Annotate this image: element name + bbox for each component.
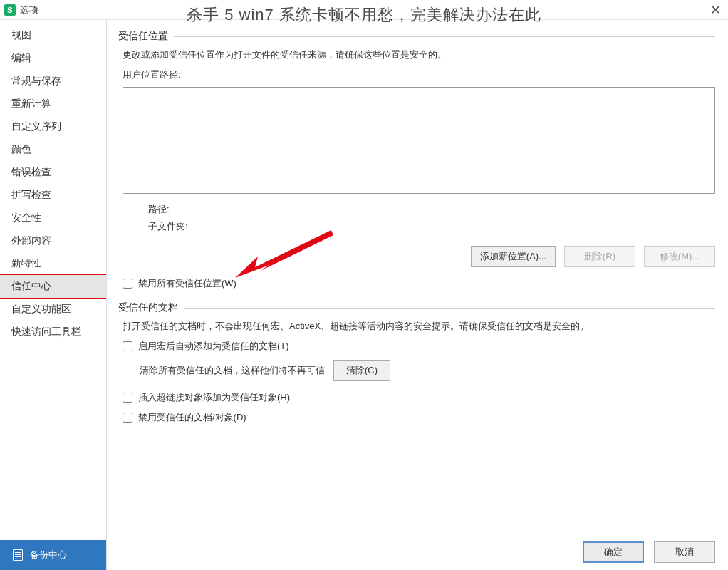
- window-title: 选项: [20, 4, 38, 16]
- main-panel: 受信任位置 更改或添加受信任位置作为打开文件的受信任来源，请确保这些位置是安全的…: [107, 20, 728, 570]
- backup-center-button[interactable]: 备份中心: [0, 540, 106, 570]
- sidebar-item-13[interactable]: 快速访问工具栏: [0, 321, 106, 343]
- enable-macro-row[interactable]: 启用宏后自动添加为受信任的文档(T): [123, 340, 715, 353]
- dialog-footer: 确定 取消: [118, 533, 715, 563]
- disable-all-locations-label: 禁用所有受信任位置(W): [138, 277, 236, 290]
- divider: [184, 308, 715, 309]
- add-location-button[interactable]: 添加新位置(A)...: [471, 246, 556, 267]
- user-path-textarea[interactable]: [123, 87, 715, 194]
- disable-all-locations-row[interactable]: 禁用所有受信任位置(W): [123, 277, 715, 290]
- sidebar-item-5[interactable]: 颜色: [0, 138, 106, 161]
- app-icon: S: [4, 4, 16, 16]
- clear-button[interactable]: 清除(C): [333, 360, 390, 381]
- divider: [174, 36, 715, 37]
- enable-macro-label: 启用宏后自动添加为受信任的文档(T): [138, 340, 289, 353]
- clear-desc: 清除所有受信任的文档，这样他们将不再可信: [140, 364, 325, 377]
- close-icon[interactable]: ✕: [707, 2, 724, 18]
- sidebar-item-2[interactable]: 常规与保存: [0, 70, 106, 93]
- trusted-locations-desc: 更改或添加受信任位置作为打开文件的受信任来源，请确保这些位置是安全的。: [123, 48, 715, 61]
- disable-docs-row[interactable]: 禁用受信任的文档/对象(D): [123, 411, 715, 424]
- backup-center-label: 备份中心: [30, 549, 67, 561]
- sidebar-item-11[interactable]: 信任中心: [0, 274, 106, 299]
- sidebar-item-7[interactable]: 拼写检查: [0, 184, 106, 207]
- sidebar-items: 视图编辑常规与保存重新计算自定义序列颜色错误检查拼写检查安全性外部内容新特性信任…: [0, 20, 106, 540]
- sidebar-item-10[interactable]: 新特性: [0, 252, 106, 275]
- path-info: 路径: 子文件夹:: [148, 203, 715, 233]
- document-icon: [13, 549, 23, 561]
- trusted-docs-desc: 打开受信任的文档时，不会出现任何宏、ActiveX、超链接等活动内容的安全提示。…: [123, 320, 715, 333]
- subfolder-label: 子文件夹:: [148, 220, 715, 233]
- section-trusted-docs: 受信任的文档 打开受信任的文档时，不会出现任何宏、ActiveX、超链接等活动内…: [118, 301, 715, 431]
- sidebar-item-0[interactable]: 视图: [0, 24, 106, 47]
- disable-docs-checkbox[interactable]: [123, 413, 132, 423]
- sidebar-item-8[interactable]: 安全性: [0, 207, 106, 229]
- hyperlink-checkbox[interactable]: [123, 393, 132, 403]
- section-title: 受信任的文档: [118, 301, 178, 314]
- sidebar: 视图编辑常规与保存重新计算自定义序列颜色错误检查拼写检查安全性外部内容新特性信任…: [0, 20, 107, 570]
- hyperlink-row[interactable]: 插入超链接对象添加为受信任对象(H): [123, 391, 715, 404]
- sidebar-item-9[interactable]: 外部内容: [0, 229, 106, 252]
- user-path-label: 用户位置路径:: [123, 68, 715, 81]
- titlebar: S 选项 ✕: [0, 0, 728, 20]
- sidebar-item-6[interactable]: 错误检查: [0, 161, 106, 184]
- section-title: 受信任位置: [118, 30, 168, 43]
- sidebar-item-12[interactable]: 自定义功能区: [0, 298, 106, 321]
- disable-docs-label: 禁用受信任的文档/对象(D): [138, 411, 246, 424]
- disable-all-locations-checkbox[interactable]: [123, 279, 132, 289]
- section-trusted-locations: 受信任位置 更改或添加受信任位置作为打开文件的受信任来源，请确保这些位置是安全的…: [118, 30, 715, 297]
- hyperlink-label: 插入超链接对象添加为受信任对象(H): [138, 391, 290, 404]
- path-label: 路径:: [148, 203, 715, 216]
- sidebar-item-3[interactable]: 重新计算: [0, 93, 106, 115]
- sidebar-item-1[interactable]: 编辑: [0, 47, 106, 70]
- delete-button: 删除(R): [564, 246, 635, 267]
- sidebar-item-4[interactable]: 自定义序列: [0, 115, 106, 138]
- enable-macro-checkbox[interactable]: [123, 341, 132, 351]
- modify-button: 修改(M)...: [644, 246, 715, 267]
- ok-button[interactable]: 确定: [583, 542, 644, 563]
- cancel-button[interactable]: 取消: [654, 542, 715, 563]
- container: 视图编辑常规与保存重新计算自定义序列颜色错误检查拼写检查安全性外部内容新特性信任…: [0, 20, 728, 570]
